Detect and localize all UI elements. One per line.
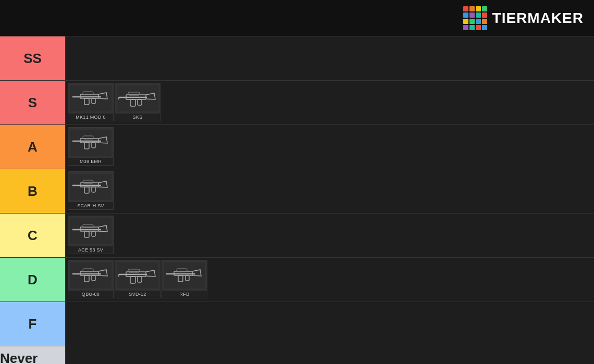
weapon-card[interactable]: M39 EMR [68, 127, 114, 166]
weapon-name: SCAR-H SV [68, 202, 113, 209]
tier-content-f [65, 302, 594, 346]
logo-container: TiERMAKER [463, 6, 584, 30]
weapon-name: ACE 53 SV [68, 246, 113, 254]
tier-label-a: A [0, 125, 65, 169]
weapon-card[interactable]: RFB [162, 260, 207, 298]
tier-row-c: C ACE 53 SV [0, 214, 594, 258]
weapon-card[interactable]: MK11 MOD 0 [68, 83, 114, 121]
tier-content-b: SCAR-H SV [65, 169, 594, 213]
tier-row-never: Never Used [0, 346, 594, 364]
logo-grid [463, 6, 487, 30]
tier-row-b: B SCAR-H SV [0, 169, 594, 214]
weapon-card[interactable]: SCAR-H SV [68, 171, 114, 210]
tier-content-never [65, 346, 594, 364]
weapon-name: MK11 MOD 0 [68, 114, 113, 121]
tier-table: SSS MK11 MOD 0 SKSA M39 [0, 36, 594, 364]
tier-row-a: A M39 EMR [0, 125, 594, 169]
tier-row-f: F [0, 302, 594, 346]
weapon-name: SVD-12 [115, 291, 160, 298]
weapon-card[interactable]: ACE 53 SV [68, 216, 114, 254]
tier-content-a: M39 EMR [65, 125, 594, 169]
tier-label-f: F [0, 302, 65, 346]
weapon-card[interactable]: SKS [115, 83, 160, 121]
tier-label-ss: SS [0, 36, 65, 80]
tier-row-d: D QBU-88 SVD-12 RFB [0, 258, 594, 302]
header: TiERMAKER [0, 0, 594, 36]
weapon-name: RFB [162, 291, 207, 298]
tier-label-d: D [0, 258, 65, 302]
tier-label-s: S [0, 81, 65, 124]
tier-content-d: QBU-88 SVD-12 RFB [65, 258, 594, 302]
weapon-name: SKS [115, 114, 160, 121]
weapon-image [115, 83, 160, 114]
weapon-name: M39 EMR [68, 158, 113, 165]
logo-text: TiERMAKER [492, 10, 584, 27]
weapon-card[interactable]: QBU-88 [68, 260, 114, 298]
weapon-name: QBU-88 [68, 291, 113, 298]
tier-label-c: C [0, 214, 65, 257]
tier-content-c: ACE 53 SV [65, 214, 594, 257]
svg-rect-37 [117, 262, 158, 288]
weapon-image [68, 83, 113, 114]
weapon-image [68, 128, 113, 158]
tier-content-s: MK11 MOD 0 SKS [65, 81, 594, 124]
weapon-image [162, 260, 207, 291]
tier-label-b: B [0, 169, 65, 213]
weapon-image [115, 260, 160, 291]
svg-rect-6 [117, 85, 158, 111]
tier-row-ss: SS [0, 36, 594, 81]
tier-label-never: Never Used [0, 346, 65, 364]
weapon-image [68, 172, 113, 202]
tier-content-ss [65, 36, 594, 80]
weapon-image [68, 260, 113, 291]
weapon-image [68, 216, 113, 246]
tier-row-s: S MK11 MOD 0 SKS [0, 81, 594, 125]
weapon-card[interactable]: SVD-12 [115, 260, 160, 298]
